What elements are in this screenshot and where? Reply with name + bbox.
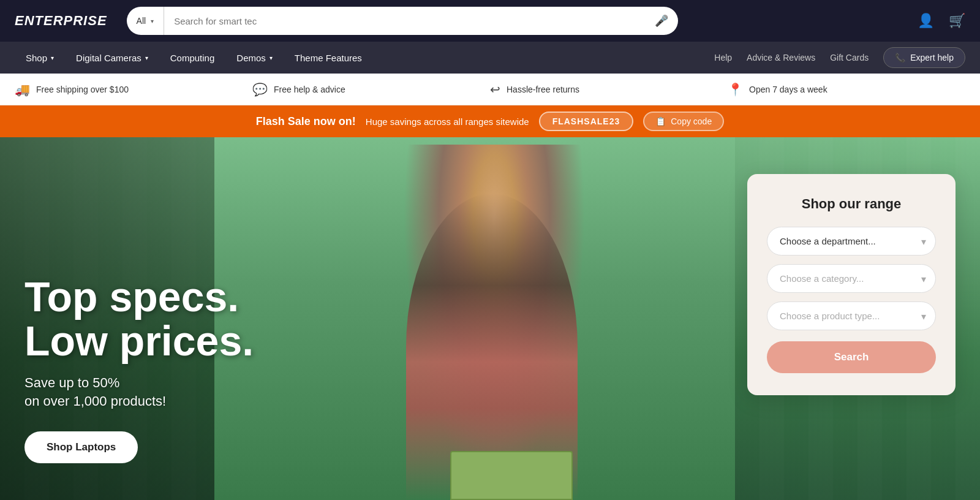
user-account-icon[interactable]: 👤	[918, 13, 934, 29]
nav-bar: Shop ▾ Digital Cameras ▾ Computing Demos…	[0, 42, 980, 74]
demos-chevron-icon: ▾	[270, 55, 273, 61]
copy-label: Copy code	[671, 116, 712, 126]
flash-sale-subtitle: Huge savings across all ranges sitewide	[366, 116, 529, 127]
hero-subtitle1: Save up to 50%	[24, 375, 254, 391]
nav-computing-label: Computing	[170, 53, 215, 63]
help-text: Free help & advice	[274, 85, 345, 94]
search-input[interactable]	[164, 16, 644, 26]
phone-icon: 📞	[895, 53, 905, 63]
dropdown-chevron-icon: ▾	[151, 18, 154, 25]
hero-section: Top specs. Low prices. Save up to 50% on…	[0, 137, 980, 500]
hero-title: Top specs. Low prices.	[24, 275, 254, 363]
product-type-select[interactable]: Choose a product type...	[767, 301, 936, 330]
location-pin-icon: 📍	[728, 82, 743, 97]
search-category-dropdown[interactable]: All ▾	[127, 7, 165, 35]
flash-sale-bar: Flash Sale now on! Huge savings across a…	[0, 105, 980, 137]
nav-left: Shop ▾ Digital Cameras ▾ Computing Demos…	[15, 42, 714, 74]
shop-laptops-button[interactable]: Shop Laptops	[24, 431, 138, 463]
department-select-wrapper: Choose a department... ▾	[767, 227, 936, 256]
nav-right: Help Advice & Reviews Gift Cards 📞 Exper…	[714, 47, 965, 68]
nav-item-demos[interactable]: Demos ▾	[225, 42, 284, 74]
nav-item-computing[interactable]: Computing	[159, 42, 226, 74]
returns-icon: ↩	[490, 82, 500, 97]
nav-advice-reviews-link[interactable]: Advice & Reviews	[747, 53, 815, 63]
expert-help-label: Expert help	[910, 53, 954, 63]
nav-help-link[interactable]: Help	[714, 53, 732, 63]
nav-gift-cards-link[interactable]: Gift Cards	[830, 53, 869, 63]
flash-sale-code: FLASHSALE23	[539, 112, 634, 131]
copy-icon: 📋	[655, 116, 666, 126]
shop-range-panel: Shop our range Choose a department... ▾ …	[747, 174, 956, 395]
hero-subtitle2: on over 1,000 products!	[24, 393, 254, 409]
returns-text: Hassle-free returns	[507, 85, 579, 94]
category-select[interactable]: Choose a category...	[767, 264, 936, 293]
info-returns: ↩ Hassle-free returns	[490, 82, 728, 97]
top-bar-actions: 👤 🛒	[918, 13, 965, 29]
nav-theme-features-label: Theme Features	[295, 53, 362, 63]
hero-title-line1: Top specs.	[24, 273, 239, 320]
hero-image	[214, 137, 735, 500]
info-hours: 📍 Open 7 days a week	[728, 82, 965, 97]
shopping-cart-icon[interactable]: 🛒	[949, 13, 965, 29]
nav-shop-label: Shop	[26, 53, 47, 63]
shipping-icon: 🚚	[15, 82, 30, 97]
shop-range-search-button[interactable]: Search	[767, 341, 936, 373]
expert-help-button[interactable]: 📞 Expert help	[883, 47, 965, 68]
hero-title-line2: Low prices.	[24, 317, 254, 364]
flash-sale-title: Flash Sale now on!	[256, 115, 356, 128]
nav-item-shop[interactable]: Shop ▾	[15, 42, 65, 74]
chat-icon: 💬	[252, 82, 268, 97]
top-bar: ENTERPRISE All ▾ 🎤 👤 🛒	[0, 0, 980, 42]
hero-content: Top specs. Low prices. Save up to 50% on…	[0, 275, 278, 500]
copy-code-button[interactable]: 📋 Copy code	[643, 112, 724, 131]
nav-digital-cameras-label: Digital Cameras	[76, 53, 141, 63]
department-select[interactable]: Choose a department...	[767, 227, 936, 256]
logo[interactable]: ENTERPRISE	[15, 13, 107, 29]
shop-chevron-icon: ▾	[51, 55, 54, 61]
shipping-text: Free shipping over $100	[36, 85, 129, 94]
nav-item-digital-cameras[interactable]: Digital Cameras ▾	[65, 42, 159, 74]
nav-item-theme-features[interactable]: Theme Features	[284, 42, 373, 74]
shop-range-title: Shop our range	[767, 196, 936, 212]
digital-cameras-chevron-icon: ▾	[145, 55, 148, 61]
info-bar: 🚚 Free shipping over $100 💬 Free help & …	[0, 74, 980, 105]
info-shipping: 🚚 Free shipping over $100	[15, 82, 252, 97]
product-type-select-wrapper: Choose a product type... ▾	[767, 301, 936, 330]
nav-demos-label: Demos	[236, 53, 266, 63]
microphone-icon[interactable]: 🎤	[645, 14, 678, 28]
category-select-wrapper: Choose a category... ▾	[767, 264, 936, 293]
search-bar: All ▾ 🎤	[127, 7, 678, 35]
info-help: 💬 Free help & advice	[252, 82, 490, 97]
hours-text: Open 7 days a week	[749, 85, 827, 94]
search-category-label: All	[137, 16, 146, 26]
